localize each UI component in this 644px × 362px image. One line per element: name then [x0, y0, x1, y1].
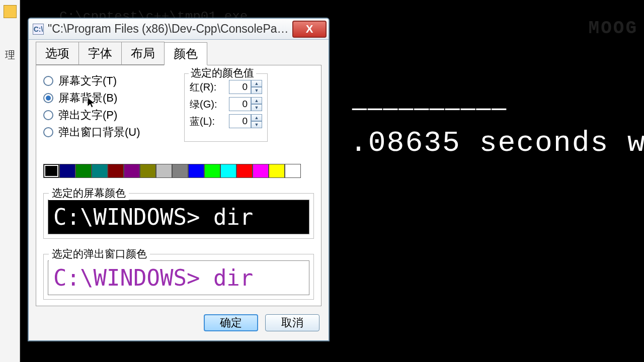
- cancel-button[interactable]: 取消: [265, 314, 319, 331]
- screen-preview: C:\WINDOWS> dir: [48, 200, 309, 234]
- green-input[interactable]: [229, 97, 251, 111]
- red-input[interactable]: [229, 80, 251, 94]
- tab-color[interactable]: 颜色: [164, 42, 207, 65]
- button-row: 确定 取消: [36, 314, 321, 333]
- radio-label: 屏幕文字(T): [58, 73, 117, 88]
- screen-preview-legend: 选定的屏幕颜色: [49, 186, 129, 200]
- title-text: "C:\Program Files (x86)\Dev-Cpp\ConsoleP…: [48, 22, 292, 36]
- radio-icon: [43, 93, 53, 103]
- popup-preview: C:\WINDOWS> dir: [48, 260, 309, 295]
- radio-icon: [43, 110, 53, 120]
- swatch-5[interactable]: [124, 164, 140, 178]
- blue-input[interactable]: [229, 114, 251, 128]
- watermark: MOOG: [589, 18, 638, 39]
- tab-layout[interactable]: 布局: [121, 42, 165, 65]
- swatch-3[interactable]: [92, 164, 108, 178]
- screen-preview-group: 选定的屏幕颜色 C:\WINDOWS> dir: [43, 193, 314, 239]
- tab-font[interactable]: 字体: [78, 42, 122, 65]
- radio-icon: [43, 127, 53, 137]
- green-spinner[interactable]: ▲▼: [251, 97, 262, 111]
- red-spinner[interactable]: ▲▼: [251, 80, 262, 94]
- sidebar-label: 理: [0, 48, 20, 62]
- color-palette: [43, 164, 314, 178]
- radio-icon: [43, 76, 53, 86]
- swatch-6[interactable]: [140, 164, 156, 178]
- title-bar: C:\ "C:\Program Files (x86)\Dev-Cpp\Cons…: [29, 19, 329, 40]
- radio-label: 弹出窗口背景(U): [58, 125, 140, 140]
- radio-popup-text[interactable]: 弹出文字(P): [43, 108, 184, 123]
- title-icon: C:\: [33, 24, 44, 35]
- popup-preview-legend: 选定的弹出窗口颜色: [49, 247, 150, 261]
- red-label: 红(R):: [190, 80, 229, 94]
- radio-label: 弹出文字(P): [58, 108, 117, 123]
- swatch-8[interactable]: [172, 164, 188, 178]
- swatch-13[interactable]: [253, 164, 269, 178]
- swatch-7[interactable]: [156, 164, 172, 178]
- console-separator: ——————————: [352, 96, 507, 123]
- close-button[interactable]: X: [292, 21, 327, 38]
- radio-popup-bg[interactable]: 弹出窗口背景(U): [43, 125, 184, 140]
- tab-content-color: 屏幕文字(T)屏幕背景(B)弹出文字(P)弹出窗口背景(U) 选定的颜色值 红(…: [36, 65, 321, 306]
- radio-screen-bg[interactable]: 屏幕背景(B): [43, 90, 184, 106]
- radio-label: 屏幕背景(B): [58, 90, 117, 106]
- radio-group: 屏幕文字(T)屏幕背景(B)弹出文字(P)弹出窗口背景(U): [43, 73, 184, 142]
- left-sidebar-fragment: 理: [0, 0, 20, 362]
- blue-label: 蓝(L):: [190, 115, 229, 128]
- color-values-group: 选定的颜色值 红(R): ▲▼ 绿(G): ▲▼ 蓝(L): ▲▼: [184, 73, 268, 142]
- swatch-0[interactable]: [43, 164, 59, 178]
- swatch-14[interactable]: [269, 164, 285, 178]
- color-values-legend: 选定的颜色值: [189, 66, 256, 80]
- swatch-4[interactable]: [108, 164, 124, 178]
- properties-dialog: C:\ "C:\Program Files (x86)\Dev-Cpp\Cons…: [28, 18, 330, 341]
- ok-button[interactable]: 确定: [204, 314, 258, 331]
- sidebar-icon: [4, 5, 17, 18]
- tabs: 选项字体布局颜色: [36, 42, 321, 65]
- swatch-12[interactable]: [236, 164, 253, 178]
- popup-preview-group: 选定的弹出窗口颜色 C:\WINDOWS> dir: [43, 254, 314, 300]
- swatch-9[interactable]: [188, 164, 204, 178]
- swatch-2[interactable]: [75, 164, 92, 178]
- blue-spinner[interactable]: ▲▼: [251, 114, 262, 128]
- close-icon: X: [306, 23, 313, 36]
- dialog-body: 选项字体布局颜色 屏幕文字(T)屏幕背景(B)弹出文字(P)弹出窗口背景(U) …: [29, 42, 329, 340]
- swatch-15[interactable]: [285, 164, 301, 178]
- tab-options[interactable]: 选项: [36, 42, 79, 65]
- console-output: .08635 seconds with re: [350, 127, 644, 159]
- swatch-1[interactable]: [59, 164, 75, 178]
- swatch-11[interactable]: [220, 164, 236, 178]
- radio-screen-text[interactable]: 屏幕文字(T): [43, 73, 184, 88]
- green-label: 绿(G):: [190, 98, 229, 111]
- swatch-10[interactable]: [204, 164, 220, 178]
